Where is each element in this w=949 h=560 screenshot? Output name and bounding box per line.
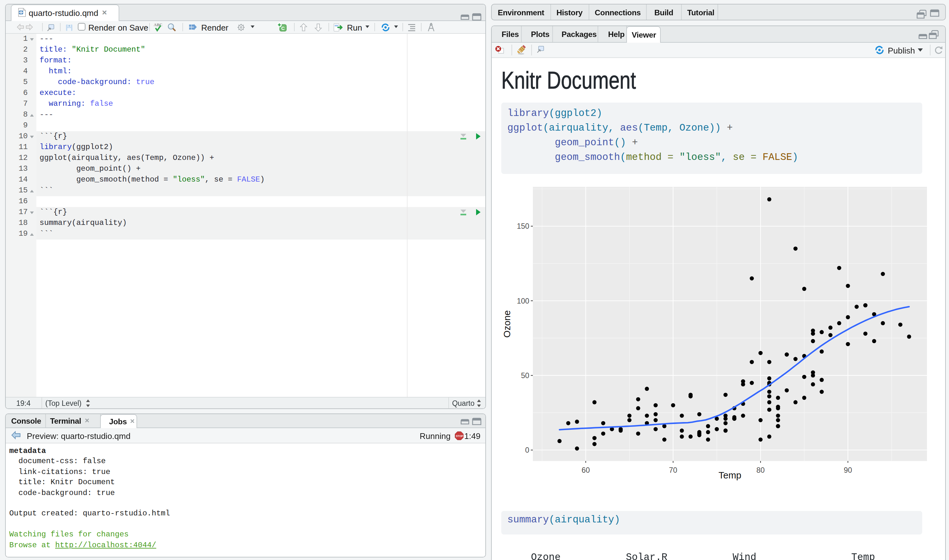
svg-text:80: 80 [756,466,765,474]
svg-text:60: 60 [582,466,590,474]
svg-text:0: 0 [525,446,529,454]
svg-text:150: 150 [517,222,529,230]
svg-text:50: 50 [521,371,529,380]
svg-text:100: 100 [517,297,529,305]
svg-text:Ozone: Ozone [502,310,512,338]
svg-text:90: 90 [844,466,852,474]
svg-text:70: 70 [669,466,677,474]
svg-text:C: C [281,26,285,31]
svg-text:Temp: Temp [718,470,741,480]
svg-text:STOP: STOP [456,434,463,437]
svg-text:ABC: ABC [153,22,162,27]
